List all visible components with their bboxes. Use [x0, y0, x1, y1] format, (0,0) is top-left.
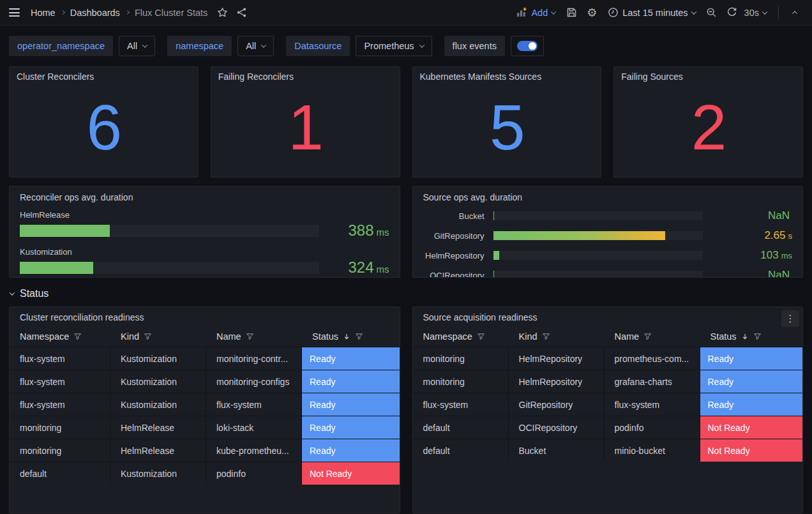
gauge-value: NaN — [712, 269, 792, 278]
filter-icon[interactable] — [144, 332, 152, 340]
filter-icon[interactable] — [355, 332, 363, 340]
panel-title[interactable]: Reconciler ops avg. duration — [20, 192, 389, 202]
time-range-picker[interactable]: Last 15 minutes — [604, 7, 699, 18]
collapse-navbar-icon[interactable] — [786, 4, 803, 21]
gauge-track — [20, 262, 319, 274]
panel-menu-kebab-icon[interactable]: ⋮ — [781, 310, 799, 327]
gauge-track — [493, 271, 703, 278]
panel-title[interactable]: Cluster Reconcilers — [17, 72, 191, 82]
gauge-track — [20, 225, 319, 237]
table-row: monitoring HelmRelease loki-stack Ready — [10, 416, 400, 439]
filter-icon[interactable] — [73, 332, 82, 340]
star-icon[interactable] — [214, 4, 230, 21]
variable-datasource: Datasource Prometheus — [286, 36, 432, 56]
add-button[interactable]: Add — [513, 7, 559, 18]
gauge-label: HelmRepository — [423, 251, 485, 261]
dashboard: Cluster Reconcilers 6 Failing Reconciler… — [0, 66, 812, 513]
cell-name: minio-bucket — [605, 439, 700, 462]
filter-icon[interactable] — [246, 332, 254, 340]
cell-name: podinfo — [605, 416, 700, 439]
gauge-bar — [493, 271, 495, 278]
status-badge: Ready — [302, 393, 400, 416]
gauge-value: 324ms — [328, 259, 389, 276]
cell-namespace: default — [413, 416, 509, 439]
gauge-row: HelmRepository 103ms — [423, 249, 793, 262]
status-badge: Ready — [302, 347, 400, 370]
table-row: default OCIRepository podinfo Not Ready — [413, 416, 803, 439]
variable-value-dropdown[interactable]: All — [237, 36, 274, 56]
panel-source-acquisition-readiness: Source acquisition readiness ⋮ Namespace… — [412, 306, 804, 513]
column-header-status[interactable]: Status — [700, 331, 803, 342]
refresh-icon[interactable] — [724, 4, 741, 21]
cell-name: monitoring-configs — [206, 370, 302, 393]
variable-flux-events: flux events — [444, 36, 544, 56]
panel-failing-reconcilers: Failing Reconcilers 1 — [211, 66, 400, 178]
status-badge: Not Ready — [302, 462, 400, 485]
gauge-bar — [20, 225, 110, 237]
settings-gear-icon[interactable]: ⚙ — [583, 4, 600, 21]
cell-namespace: monitoring — [413, 370, 509, 393]
column-header-kind[interactable]: Kind — [509, 331, 605, 342]
table-row: flux-system Kustomization flux-system Re… — [10, 393, 400, 416]
breadcrumb-home[interactable]: Home — [31, 8, 56, 18]
cell-name: grafana-charts — [605, 370, 700, 393]
variable-label: flux events — [444, 36, 505, 56]
table-row: flux-system Kustomization monitoring-con… — [10, 370, 400, 393]
variable-value-dropdown[interactable]: Prometheus — [356, 36, 432, 56]
column-header-namespace[interactable]: Namespace — [413, 331, 509, 342]
share-icon[interactable] — [233, 4, 250, 21]
stat-panels-row: Cluster Reconcilers 6 Failing Reconciler… — [9, 66, 803, 178]
panel-failing-sources: Failing Sources 2 — [613, 66, 803, 178]
filter-icon[interactable] — [643, 332, 652, 340]
column-header-name[interactable]: Name — [206, 331, 302, 342]
column-header-name[interactable]: Name — [605, 331, 700, 342]
panel-title[interactable]: Kubernetes Manifests Sources — [420, 72, 594, 82]
panel-title[interactable]: Failing Sources — [621, 72, 795, 82]
top-nav: Home Dashboards Flux Cluster Stats Add ⚙ — [0, 0, 812, 26]
cell-namespace: monitoring — [10, 416, 110, 439]
cell-name: prometheus-com... — [605, 347, 700, 370]
panel-cluster-reconcilers: Cluster Reconcilers 6 — [9, 66, 199, 178]
cell-name: podinfo — [206, 462, 302, 485]
save-icon[interactable] — [563, 4, 580, 21]
column-header-kind[interactable]: Kind — [110, 331, 206, 342]
cell-namespace: flux-system — [10, 393, 110, 416]
gauge-panels-row: Reconciler ops avg. duration HelmRelease… — [9, 186, 803, 278]
variable-value-dropdown[interactable]: All — [119, 36, 155, 56]
breadcrumb: Home Dashboards Flux Cluster Stats — [31, 8, 207, 18]
variable-selected-value: Prometheus — [364, 41, 414, 51]
breadcrumb-dashboards[interactable]: Dashboards — [70, 8, 120, 18]
sort-desc-icon[interactable] — [741, 333, 749, 340]
status-badge: Ready — [302, 439, 400, 462]
stat-value: 2 — [621, 82, 795, 172]
tables-row: Cluster reconciliation readiness Namespa… — [9, 306, 803, 513]
chevron-down-icon — [419, 42, 424, 47]
column-header-namespace[interactable]: Namespace — [10, 331, 110, 342]
panel-title[interactable]: Cluster reconciliation readiness — [10, 307, 400, 326]
column-header-status[interactable]: Status — [302, 331, 400, 342]
table-row: monitoring HelmRelease kube-prometheu...… — [10, 439, 400, 462]
cell-name: flux-system — [605, 393, 700, 416]
variable-namespace: namespace All — [167, 36, 274, 56]
add-label: Add — [531, 8, 548, 18]
status-section-toggle[interactable]: Status — [10, 286, 803, 301]
flux-events-toggle[interactable] — [511, 36, 544, 56]
panel-title[interactable]: Source acquisition readiness — [413, 307, 803, 326]
gauge-value: 2.65s — [712, 229, 792, 242]
section-title: Status — [20, 288, 49, 299]
cell-kind: Kustomization — [110, 393, 206, 416]
panel-title[interactable]: Failing Reconcilers — [218, 72, 393, 82]
filter-icon[interactable] — [753, 332, 762, 340]
refresh-interval-picker[interactable]: 30s — [744, 8, 771, 18]
menu-icon[interactable] — [0, 0, 28, 26]
cell-namespace: flux-system — [413, 393, 509, 416]
zoom-out-icon[interactable] — [703, 4, 720, 21]
variable-selected-value: All — [246, 41, 256, 51]
variable-label: operator_namespace — [9, 36, 113, 56]
sort-desc-icon[interactable] — [343, 333, 350, 340]
filter-icon[interactable] — [477, 332, 485, 340]
filter-icon[interactable] — [542, 332, 550, 340]
cell-kind: HelmRepository — [509, 347, 605, 370]
panel-title[interactable]: Source ops avg. duration — [423, 192, 793, 202]
cell-name: flux-system — [206, 393, 302, 416]
